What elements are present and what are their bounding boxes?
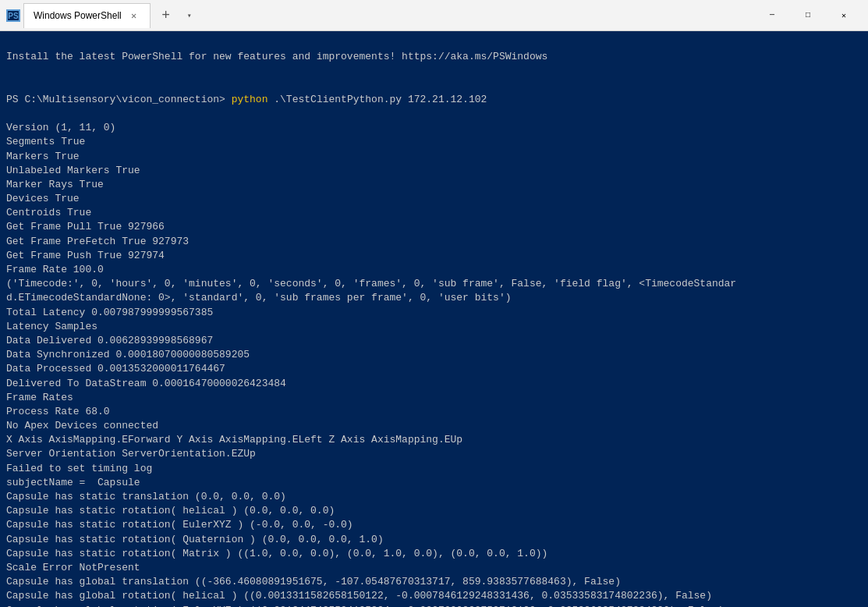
line: Process Rate 68.0 (6, 406, 110, 417)
line: Markers True (6, 151, 80, 162)
line: Get Frame Pull True 927966 (6, 221, 165, 233)
line: Capsule has static rotation( Matrix ) ((… (6, 548, 547, 559)
line: Failed to set timing log (6, 463, 152, 474)
line: Get Frame Push True 927974 (6, 250, 165, 261)
output-lines: Version (1, 11, 0) Segments True Markers… (6, 122, 736, 607)
line: d.ETimecodeStandardNone: 0>, 'standard',… (6, 292, 512, 304)
line: Capsule has static translation (0.0, 0.0… (6, 491, 286, 502)
prompt-text: PS C:\Multisensory\vicon_connection> (6, 94, 232, 105)
line: Capsule has global rotation( EulerXYZ ) … (6, 605, 725, 608)
powershell-icon: PS (6, 9, 20, 22)
line: Server Orientation ServerOrientation.EZU… (6, 448, 256, 460)
new-tab-button[interactable]: + (154, 3, 179, 28)
line: ('Timecode:', 0, 'hours', 0, 'minutes', … (6, 278, 736, 289)
line: Frame Rate 100.0 (6, 264, 104, 275)
line: Version (1, 11, 0) (6, 122, 115, 133)
line: Capsule has static rotation( helical ) (… (6, 505, 335, 516)
line: Segments True (6, 136, 85, 147)
install-line: Install the latest PowerShell for new fe… (6, 51, 547, 62)
line: Latency Samples (6, 321, 97, 332)
minimize-button[interactable]: ─ (754, 3, 790, 28)
line: Capsule has global rotation( helical ) (… (6, 590, 712, 602)
line: Scale Error NotPresent (6, 562, 140, 573)
line: Data Processed 0.0013532000011764467 (6, 363, 225, 374)
python-command: python (232, 94, 268, 105)
tab-close-button[interactable]: ✕ (128, 9, 140, 22)
maximize-button[interactable]: □ (790, 3, 826, 28)
window-close-button[interactable]: ✕ (826, 3, 862, 28)
line: Capsule has static rotation( EulerXYZ ) … (6, 519, 353, 531)
line: Data Delivered 0.00628939998568967 (6, 335, 213, 346)
line: Get Frame PreFetch True 927973 (6, 236, 189, 247)
script-args: .\TestClientPython.py 172.21.12.102 (267, 94, 487, 105)
tab-dropdown-button[interactable]: ▾ (179, 5, 200, 27)
line: X Axis AxisMapping.EForward Y Axis AxisM… (6, 434, 462, 445)
title-bar: PS Windows PowerShell ✕ + ▾ ─ □ ✕ (0, 0, 868, 31)
line: Unlabeled Markers True (6, 165, 140, 176)
window-controls: ─ □ ✕ (754, 3, 862, 28)
line: No Apex Devices connected (6, 420, 158, 431)
line: Data Synchronized 0.00018070000080589205 (6, 349, 250, 360)
terminal-output: Install the latest PowerShell for new fe… (0, 31, 868, 607)
line: Marker Rays True (6, 179, 104, 190)
tab-title: Windows PowerShell (34, 10, 122, 21)
line: Capsule has static rotation( Quaternion … (6, 534, 384, 545)
active-tab[interactable]: Windows PowerShell ✕ (23, 3, 151, 28)
line: subjectName = Capsule (6, 477, 140, 488)
line: Frame Rates (6, 392, 73, 403)
title-bar-left: PS Windows PowerShell ✕ + ▾ (6, 3, 754, 28)
prompt-line: PS C:\Multisensory\vicon_connection> pyt… (6, 94, 487, 105)
line: Capsule has global translation ((-366.46… (6, 576, 621, 587)
line: Total Latency 0.007987999999567385 (6, 307, 213, 318)
line: Centroids True (6, 207, 91, 218)
line: Delivered To DataStream 0.00016470000026… (6, 378, 286, 389)
line: Devices True (6, 193, 80, 204)
